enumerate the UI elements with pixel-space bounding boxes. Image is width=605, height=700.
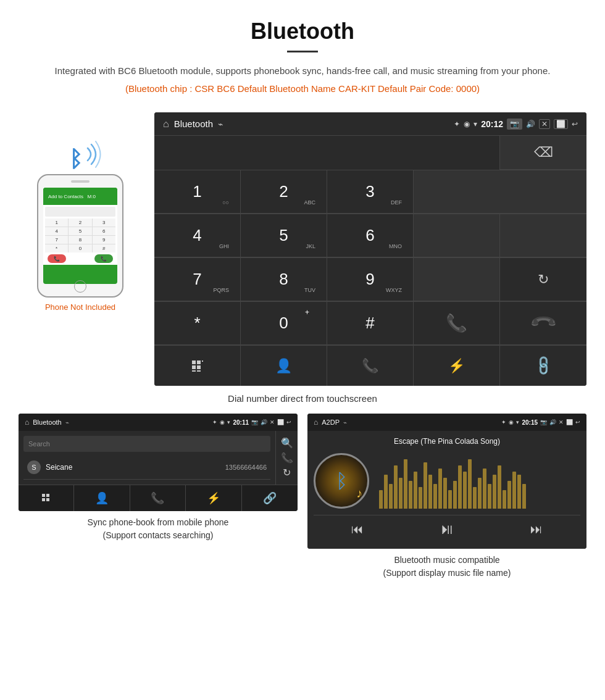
screen-icon[interactable]: ⬜ — [554, 119, 568, 129]
home-icon[interactable]: ⌂ — [163, 119, 169, 130]
music-block: ⌂ A2DP ⌁ ✦ ◉ ▾ 20:15 📷 🔊 ✕ ⬜ ↩ — [307, 414, 586, 580]
pb-link-btn[interactable]: 🔗 — [242, 485, 298, 511]
dialpad-toggle-button[interactable] — [154, 346, 241, 386]
dial-key-5[interactable]: 5 JKL — [241, 214, 327, 257]
back-icon-pb[interactable]: ↩ — [286, 419, 291, 425]
svg-rect-11 — [46, 498, 49, 501]
eq-bar — [409, 481, 412, 509]
eq-bar — [483, 469, 486, 509]
dial-key-1[interactable]: 1 ○○ — [154, 170, 241, 214]
dial-key-7[interactable]: 7 PQRS — [154, 258, 241, 301]
eq-bar — [424, 462, 427, 509]
contact-number: 13566664466 — [225, 464, 267, 471]
phone-speaker — [71, 180, 90, 183]
dial-key-0[interactable]: 0 + — [241, 302, 327, 345]
pb-grid-btn[interactable] — [19, 485, 74, 511]
end-call-button[interactable]: 📞 — [500, 302, 586, 345]
dial-key-9[interactable]: 9 WXYZ — [327, 258, 414, 301]
refresh-icon: ↻ — [538, 272, 549, 288]
dial-empty-1 — [414, 170, 586, 214]
music-topbar-right: ✦ ◉ ▾ 20:15 📷 🔊 ✕ ⬜ ↩ — [501, 419, 580, 426]
call-button[interactable]: 📞 — [414, 302, 500, 345]
camera-icon[interactable]: 📷 — [507, 119, 522, 130]
dial-key-6[interactable]: 6 MNO — [327, 214, 414, 257]
usb-icon-music: ⌁ — [343, 419, 347, 426]
bottom-screenshots: ⌂ Bluetooth ⌁ ✦ ◉ ▾ 20:11 📷 🔊 ✕ ⬜ ↩ — [0, 414, 605, 580]
recents-button[interactable]: 📞 — [327, 346, 414, 386]
pb-person-btn[interactable]: 👤 — [74, 485, 130, 511]
search-sidebar-icon[interactable]: 🔍 — [281, 437, 293, 449]
music-topbar-left: ⌂ A2DP ⌁ — [314, 418, 347, 427]
dial-topbar-left: ⌂ Bluetooth ⌁ — [163, 119, 223, 130]
phonebook-topbar: ⌂ Bluetooth ⌁ ✦ ◉ ▾ 20:11 📷 🔊 ✕ ⬜ ↩ — [19, 414, 298, 431]
eq-bar — [507, 481, 511, 509]
dial-caption: Dial number direct from touchscreen — [0, 393, 605, 404]
bluetooth-button[interactable]: ⚡ — [414, 346, 500, 386]
backspace-icon: ⌫ — [534, 144, 553, 160]
eq-bar — [517, 475, 521, 509]
dial-key-4[interactable]: 4 GHI — [154, 214, 241, 257]
bt-icon-music: ✦ — [501, 419, 506, 425]
phone-green-bar: Add to Contacts M:0 — [43, 188, 117, 205]
topbar-time: 20:12 — [481, 119, 503, 129]
close-icon[interactable]: ✕ — [539, 119, 550, 129]
dial-empty-3 — [500, 214, 586, 257]
back-icon[interactable]: ↩ — [572, 120, 578, 128]
phonebook-content: Search S Seicane 13566664466 🔍 📞 ↻ — [19, 431, 298, 485]
eq-bar — [498, 465, 501, 509]
refresh-sidebar-icon[interactable]: ↻ — [283, 467, 291, 478]
svg-rect-4 — [192, 365, 196, 369]
svg-rect-1 — [192, 360, 196, 364]
dial-topbar: ⌂ Bluetooth ⌁ ✦ ◉ ▾ 20:12 📷 🔊 ✕ ⬜ ↩ — [154, 112, 586, 136]
refresh-button[interactable]: ↻ — [500, 258, 586, 301]
dial-key-2[interactable]: 2 ABC — [241, 170, 327, 214]
bluetooth-signal-area: ᛒ — [56, 137, 105, 174]
phonebook-bottom: 👤 📞 ⚡ 🔗 — [19, 485, 298, 511]
description-text: Integrated with BC6 Bluetooth module, su… — [25, 64, 580, 78]
home-icon-music[interactable]: ⌂ — [314, 418, 318, 427]
dial-key-star[interactable]: * — [154, 302, 241, 345]
phonebook-search[interactable]: Search — [23, 436, 270, 452]
pb-call-btn[interactable]: 📞 — [130, 485, 186, 511]
next-track-button[interactable]: ⏭ — [530, 522, 543, 536]
phonebook-caption: Sync phone-book from mobile phone (Suppo… — [88, 516, 229, 542]
cam-icon-music: 📷 — [540, 419, 547, 425]
end-call-icon: 📞 — [528, 308, 558, 338]
back-icon-music[interactable]: ↩ — [575, 419, 580, 425]
delete-button[interactable]: ⌫ — [500, 136, 586, 170]
phone-screen: Add to Contacts M:0 123 456 789 *0# — [43, 188, 117, 284]
home-icon-pb[interactable]: ⌂ — [25, 418, 29, 427]
dial-topbar-right: ✦ ◉ ▾ 20:12 📷 🔊 ✕ ⬜ ↩ — [454, 119, 578, 130]
page-header: Bluetooth Integrated with BC6 Bluetooth … — [0, 0, 605, 112]
dial-key-hash[interactable]: # — [327, 302, 414, 345]
eq-bar — [379, 490, 383, 509]
dial-bottom-row: 👤 📞 ⚡ 🔗 — [154, 345, 586, 386]
vol-icon-music: 🔊 — [549, 419, 556, 425]
contact-row[interactable]: S Seicane 13566664466 — [23, 456, 270, 480]
dial-key-8[interactable]: 8 TUV — [241, 258, 327, 301]
song-title: Escape (The Pina Colada Song) — [394, 437, 500, 446]
volume-icon[interactable]: 🔊 — [526, 120, 535, 128]
pb-bt-btn[interactable]: ⚡ — [186, 485, 241, 511]
link-button[interactable]: 🔗 — [500, 346, 586, 386]
eq-bar — [433, 484, 437, 509]
music-controls: ⏮ ⏯ ⏭ — [314, 515, 580, 543]
signal-icon: ▾ — [474, 120, 477, 128]
dial-key-3[interactable]: 3 DEF — [327, 170, 414, 214]
contacts-button[interactable]: 👤 — [241, 346, 327, 386]
grid-icon — [190, 359, 205, 373]
svg-rect-7 — [197, 370, 201, 372]
prev-track-button[interactable]: ⏮ — [351, 522, 364, 536]
dial-empty-2 — [414, 214, 500, 257]
eq-bar — [512, 472, 516, 509]
dialpad-row-4: * 0 + # 📞 📞 — [154, 301, 586, 345]
x-icon-pb: ✕ — [270, 419, 275, 425]
play-pause-button[interactable]: ⏯ — [440, 520, 454, 538]
bluetooth-icon: ⚡ — [448, 358, 465, 374]
call-icon: 📞 — [446, 313, 467, 333]
eq-bar — [404, 459, 407, 509]
phonebook-sidebar: 🔍 📞 ↻ — [275, 431, 298, 485]
loc-icon-music: ◉ — [509, 419, 514, 425]
phonebook-time: 20:11 — [233, 419, 249, 426]
call-sidebar-icon[interactable]: 📞 — [281, 452, 293, 464]
